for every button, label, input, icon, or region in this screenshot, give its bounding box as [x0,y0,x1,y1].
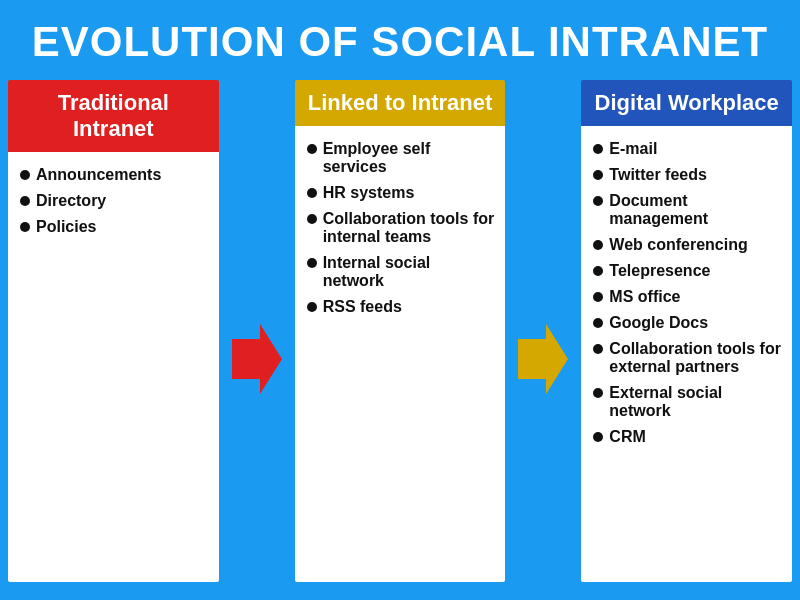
list-item: Collaboration tools for internal teams [303,210,496,246]
bullet-icon [593,292,603,302]
red-arrow-icon [232,319,282,399]
bullet-icon [593,170,603,180]
columns-container: Traditional Intranet Announcements Direc… [0,80,800,590]
bullet-icon [593,432,603,442]
bullet-icon [20,196,30,206]
list-item: Internal social network [303,254,496,290]
col1-body: Announcements Directory Policies [8,152,219,582]
col2-body: Employee self services HR systems Collab… [295,126,506,582]
svg-marker-0 [232,324,282,394]
bullet-icon [593,344,603,354]
column-digital: Digital Workplace E-mail Twitter feeds D… [581,80,792,582]
list-item: MS office [589,288,782,306]
bullet-icon [307,214,317,224]
bullet-icon [593,318,603,328]
list-item: CRM [589,428,782,446]
list-item: HR systems [303,184,496,202]
main-title: EVOLUTION OF SOCIAL INTRANET [0,0,800,80]
list-item: RSS feeds [303,298,496,316]
list-item: Employee self services [303,140,496,176]
col2-header: Linked to Intranet [295,80,506,126]
list-item: Telepresence [589,262,782,280]
col3-body: E-mail Twitter feeds Document management… [581,126,792,582]
bullet-icon [593,266,603,276]
list-item: Announcements [16,166,209,184]
list-item: Google Docs [589,314,782,332]
bullet-icon [593,240,603,250]
bullet-icon [307,144,317,154]
main-container: EVOLUTION OF SOCIAL INTRANET Traditional… [0,0,800,590]
list-item: E-mail [589,140,782,158]
arrow1-container [227,80,287,582]
bullet-icon [593,388,603,398]
bullet-icon [593,144,603,154]
col3-list: E-mail Twitter feeds Document management… [589,140,782,446]
list-item: Policies [16,218,209,236]
gold-arrow-icon [518,319,568,399]
column-linked: Linked to Intranet Employee self service… [295,80,506,582]
col1-list: Announcements Directory Policies [16,166,209,236]
col3-header: Digital Workplace [581,80,792,126]
bullet-icon [307,302,317,312]
bullet-icon [307,188,317,198]
bullet-icon [307,258,317,268]
list-item: Web conferencing [589,236,782,254]
list-item: External social network [589,384,782,420]
list-item: Directory [16,192,209,210]
bullet-icon [20,170,30,180]
column-traditional: Traditional Intranet Announcements Direc… [8,80,219,582]
svg-marker-1 [518,324,568,394]
list-item: Collaboration tools for external partner… [589,340,782,376]
arrow2-container [513,80,573,582]
col1-header: Traditional Intranet [8,80,219,152]
col2-list: Employee self services HR systems Collab… [303,140,496,316]
bullet-icon [593,196,603,206]
bullet-icon [20,222,30,232]
list-item: Document management [589,192,782,228]
list-item: Twitter feeds [589,166,782,184]
